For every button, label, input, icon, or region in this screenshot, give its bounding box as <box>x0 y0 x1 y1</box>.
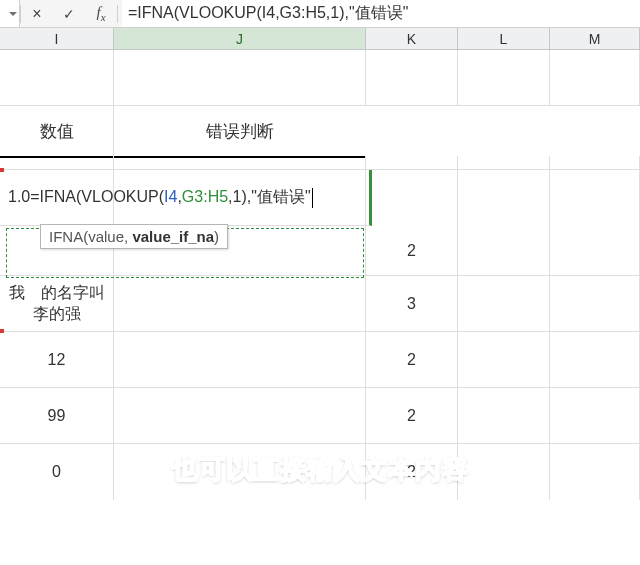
cell-editor[interactable]: 1.0=IFNA(VLOOKUP(I4,G3:H5,1),"值错误" IFNA(… <box>0 170 372 226</box>
cell[interactable]: 99 <box>0 388 114 443</box>
cell[interactable]: 3 <box>366 276 458 331</box>
header-label: 错误判断 <box>206 120 274 143</box>
function-tooltip[interactable]: IFNA(value, value_if_na) <box>40 224 228 249</box>
col-header-K[interactable]: K <box>366 28 458 49</box>
subtitle-overlay: 也可以直接输入文本内容 <box>172 452 469 487</box>
cell[interactable] <box>550 388 640 443</box>
cell[interactable] <box>366 106 458 156</box>
header-cell-judge[interactable]: 错误判断 <box>114 106 366 156</box>
cell[interactable] <box>458 226 550 275</box>
dropdown-arrow-icon <box>9 12 17 16</box>
cell[interactable] <box>550 444 640 500</box>
cell[interactable] <box>550 276 640 331</box>
cell[interactable] <box>366 50 458 105</box>
cell[interactable] <box>458 444 550 500</box>
insert-function-button[interactable]: fx <box>85 0 117 27</box>
cell[interactable]: 2 <box>366 388 458 443</box>
x-icon: × <box>32 5 41 23</box>
cell[interactable] <box>458 106 550 156</box>
cell[interactable]: 2 <box>366 332 458 387</box>
name-box[interactable] <box>0 0 20 27</box>
cell[interactable] <box>114 276 366 331</box>
col-header-L[interactable]: L <box>458 28 550 49</box>
cell[interactable]: 0 <box>0 444 114 500</box>
cell[interactable] <box>458 276 550 331</box>
cancel-button[interactable]: × <box>21 0 53 27</box>
cell[interactable] <box>458 50 550 105</box>
cell[interactable] <box>550 332 640 387</box>
cell[interactable] <box>458 332 550 387</box>
cell[interactable]: 我 的名字叫李的强 <box>0 276 114 331</box>
cell[interactable] <box>114 332 366 387</box>
col-header-I[interactable]: I <box>0 28 114 49</box>
cell-editor-text: 1.0=IFNA(VLOOKUP(I4,G3:H5,1),"值错误" <box>8 187 313 208</box>
cell[interactable] <box>0 50 114 105</box>
formula-input[interactable] <box>122 0 640 27</box>
cell[interactable] <box>550 170 640 226</box>
cell[interactable] <box>366 170 458 226</box>
cell[interactable] <box>458 170 550 226</box>
cell[interactable] <box>114 388 366 443</box>
header-cell-value[interactable]: 数值 <box>0 106 114 156</box>
cell[interactable] <box>114 156 366 169</box>
cell[interactable] <box>550 106 640 156</box>
confirm-button[interactable]: ✓ <box>53 0 85 27</box>
cell[interactable] <box>366 156 458 169</box>
cell[interactable] <box>550 50 640 105</box>
column-headers: I J K L M <box>0 28 640 50</box>
cell[interactable] <box>114 50 366 105</box>
text-caret-icon <box>312 188 313 208</box>
cell[interactable]: 12 <box>0 332 114 387</box>
cell[interactable]: 2 <box>366 226 458 275</box>
formula-bar: × ✓ fx <box>0 0 640 28</box>
cell[interactable] <box>458 388 550 443</box>
check-icon: ✓ <box>63 6 75 22</box>
col-header-J[interactable]: J <box>114 28 366 49</box>
cell[interactable] <box>550 156 640 169</box>
fx-icon: fx <box>96 4 105 23</box>
cells-area: 数值 错误判断 1.0=IFNA(VLOOKUP(I4,G3:H5,1), <box>0 50 640 500</box>
cell[interactable] <box>550 226 640 275</box>
header-label: 数值 <box>40 120 74 143</box>
cell[interactable] <box>0 156 114 169</box>
col-header-M[interactable]: M <box>550 28 640 49</box>
separator <box>117 5 118 23</box>
cell[interactable] <box>458 156 550 169</box>
